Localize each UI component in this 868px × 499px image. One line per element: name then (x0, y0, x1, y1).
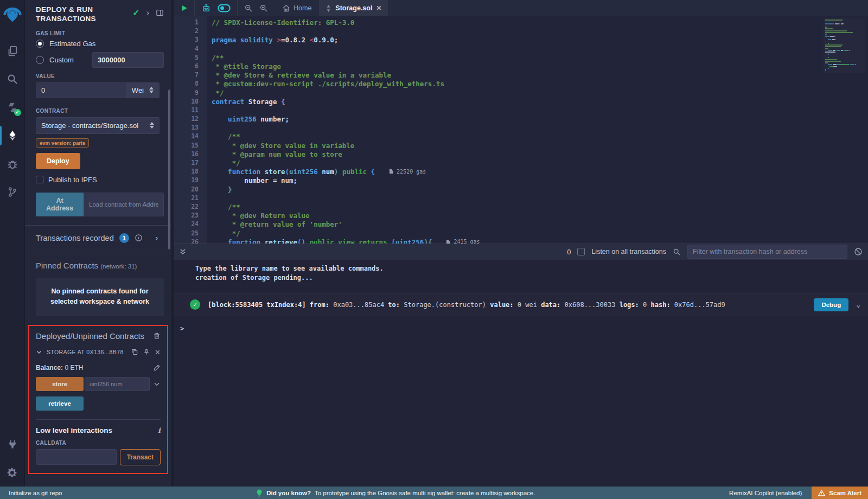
panel-forward-icon[interactable]: › (146, 8, 149, 18)
custom-gas-radio[interactable] (36, 56, 44, 64)
close-contract-icon[interactable]: ✕ (155, 348, 161, 356)
pin-panel-icon[interactable] (156, 9, 164, 17)
zoom-in-icon[interactable] (259, 4, 268, 12)
value-label: VALUE (36, 73, 164, 79)
transactions-recorded-label: Transactions recorded (36, 234, 114, 242)
deploy-button[interactable]: Deploy (36, 153, 80, 169)
tab-close-icon[interactable]: ✕ (376, 4, 381, 12)
search-icon[interactable] (0, 65, 25, 93)
code-line (212, 45, 868, 54)
deployed-contracts-title: Deployed/Unpinned Contracts (36, 331, 144, 341)
trash-icon[interactable] (153, 332, 161, 340)
gas-estimate-badge: 22520 gas (389, 169, 426, 175)
copy-icon[interactable] (131, 348, 138, 356)
collapse-chevron-icon[interactable] (36, 349, 42, 355)
estimated-gas-radio[interactable] (36, 40, 44, 48)
custom-gas-label: Custom (49, 56, 74, 64)
solidity-compiler-icon[interactable]: ✓ (0, 93, 25, 121)
listen-all-checkbox[interactable] (577, 248, 585, 255)
terminal-search-icon (673, 248, 681, 256)
tx-expand-icon[interactable]: ⌄ (856, 300, 860, 309)
transactions-expand-icon[interactable]: › (156, 234, 158, 242)
code-line (212, 106, 868, 115)
listen-all-label: Listen on all transactions (591, 248, 666, 255)
code-line (212, 124, 868, 132)
low-level-info-icon[interactable]: i (158, 426, 161, 434)
store-arg-input[interactable] (85, 377, 150, 391)
terminal-line: Type the library name to see available c… (195, 264, 868, 273)
code-line: /** (212, 132, 868, 141)
panel-scrollbar[interactable] (168, 89, 170, 250)
file-explorer-icon[interactable] (0, 37, 25, 65)
edit-icon[interactable] (153, 364, 161, 372)
value-unit-select[interactable]: Wei (126, 82, 159, 98)
debugger-icon[interactable] (0, 150, 25, 178)
code-line: function store(uint256 num) public {2252… (212, 168, 868, 176)
pin-icon[interactable] (143, 348, 150, 356)
code-line: * @dev Store value in variable (212, 142, 868, 150)
deployed-contract-card: STORAGE AT 0X136...8B78 ✕ Balance: 0 ETH… (36, 348, 161, 411)
pinned-empty-message: No pinned contracts found for selected w… (36, 278, 164, 316)
deploy-run-icon[interactable] (0, 121, 25, 150)
clear-filter-ban-icon[interactable] (854, 247, 863, 256)
run-script-icon[interactable] (180, 4, 188, 12)
info-icon[interactable] (135, 234, 143, 242)
transactions-count-badge: 1 (119, 233, 129, 243)
publish-ipfs-checkbox[interactable] (36, 176, 43, 183)
contract-select[interactable]: Storage - contracts/Storage.sol (36, 117, 159, 134)
editor-toolbar: Home Storage.sol ✕ (174, 0, 868, 16)
retrieve-function-button[interactable]: retrieve (36, 396, 84, 411)
compile-success-badge: ✓ (14, 109, 21, 116)
git-init-button[interactable]: Initialize as git repo (0, 490, 62, 496)
gas-estimate-badge: 2415 gas (446, 239, 480, 243)
solidity-file-icon (326, 5, 331, 12)
calldata-input[interactable] (36, 449, 117, 465)
transact-button[interactable]: Transact (120, 449, 161, 465)
did-you-know-tip: Did you know? To prototype using the Gno… (62, 489, 729, 497)
copilot-toggle-icon[interactable] (218, 4, 231, 12)
code-line (212, 27, 868, 36)
terminal-prompt[interactable]: > (174, 316, 868, 332)
at-address-button[interactable]: At Address (36, 193, 84, 216)
git-icon[interactable] (0, 178, 25, 206)
terminal-collapse-icon[interactable] (179, 248, 187, 255)
code-line: * @dev Return value (212, 212, 868, 220)
code-line: contract Storage { (212, 98, 868, 106)
debug-button[interactable]: Debug (814, 298, 848, 311)
contract-label: CONTRACT (36, 108, 164, 114)
expand-args-icon[interactable] (153, 380, 161, 388)
tx-success-icon: ✓ (190, 299, 200, 310)
deployed-contracts-highlight-box: Deployed/Unpinned Contracts STORAGE AT 0… (28, 325, 168, 474)
code-line: * @title Storage (212, 62, 868, 71)
warning-triangle-icon (818, 490, 825, 496)
tab-home[interactable]: Home (275, 0, 319, 16)
editor-minimap[interactable] (824, 18, 865, 73)
calldata-label: CALLDATA (36, 440, 161, 446)
remix-logo-icon[interactable] (3, 4, 22, 24)
pinned-contracts-title: Pinned Contracts (network: 31) (36, 253, 164, 270)
transaction-filter-input[interactable] (687, 245, 847, 259)
unit-updown-icon (149, 87, 154, 93)
custom-gas-input[interactable] (92, 52, 164, 68)
contract-updown-icon (150, 122, 154, 129)
code-line: * @param num value to store (212, 150, 868, 159)
ai-copilot-robot-icon[interactable] (201, 3, 211, 13)
code-editor[interactable]: 1234567891011121314151617181920212223242… (174, 16, 868, 244)
zoom-out-icon[interactable] (244, 4, 253, 12)
contract-instance-label: STORAGE AT 0X136...8B78 (47, 349, 126, 355)
plugin-manager-icon[interactable] (0, 430, 25, 458)
at-address-input[interactable] (84, 193, 164, 216)
pinned-network-label: (network: 31) (100, 263, 137, 270)
scam-alert-button[interactable]: Scam Alert (812, 487, 868, 499)
lightbulb-icon (256, 489, 263, 497)
editor-code: // SPDX-License-Identifier: GPL-3.0pragm… (207, 16, 868, 244)
store-function-button[interactable]: store (36, 377, 84, 391)
terminal[interactable]: Type the library name to see available c… (174, 260, 868, 487)
balance-text: Balance: 0 ETH (36, 364, 83, 372)
settings-gear-icon[interactable] (0, 458, 25, 487)
value-input[interactable] (36, 82, 126, 98)
code-line (212, 194, 868, 203)
transaction-log-row[interactable]: ✓ [block:5583405 txIndex:4] from: 0xa03.… (174, 293, 868, 316)
tab-storage-sol[interactable]: Storage.sol ✕ (319, 0, 388, 16)
copilot-status[interactable]: RemixAI Copilot (enabled) (729, 490, 802, 496)
